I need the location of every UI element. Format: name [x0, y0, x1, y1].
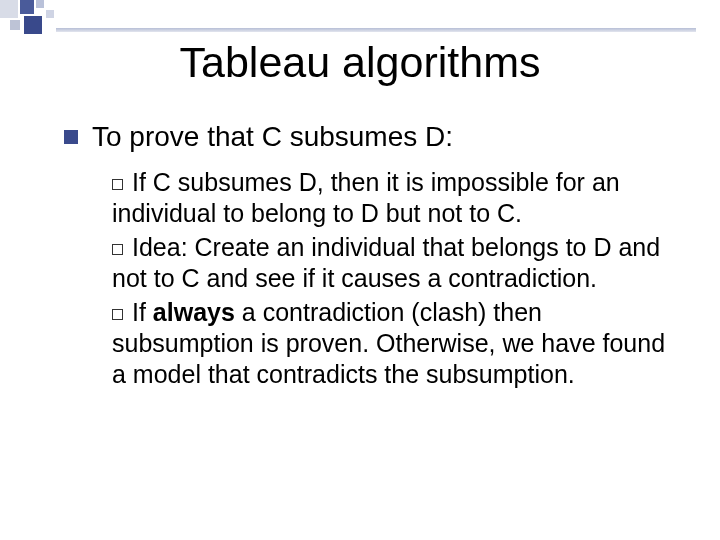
list-item: If C subsumes D, then it is impossible f… [112, 167, 672, 229]
hollow-square-icon [112, 179, 123, 190]
hollow-square-icon [112, 309, 123, 320]
list-item: If always a contradiction (clash) then s… [112, 297, 672, 390]
level1-text: To prove that C subsumes D: [92, 121, 453, 153]
list-item: Idea: Create an individual that belongs … [112, 232, 672, 294]
sub-point-bold: always [153, 298, 235, 326]
bullet-level1: To prove that C subsumes D: [64, 121, 672, 153]
level2-list: If C subsumes D, then it is impossible f… [112, 167, 672, 390]
slide-title: Tableau algorithms [48, 38, 672, 87]
hollow-square-icon [112, 244, 123, 255]
sub-point-text: Idea: Create an individual that belongs … [112, 233, 660, 292]
square-bullet-icon [64, 130, 78, 144]
sub-point-text: If C subsumes D, then it is impossible f… [112, 168, 620, 227]
slide-body: Tableau algorithms To prove that C subsu… [0, 0, 720, 540]
sub-point-pre: If [132, 298, 153, 326]
